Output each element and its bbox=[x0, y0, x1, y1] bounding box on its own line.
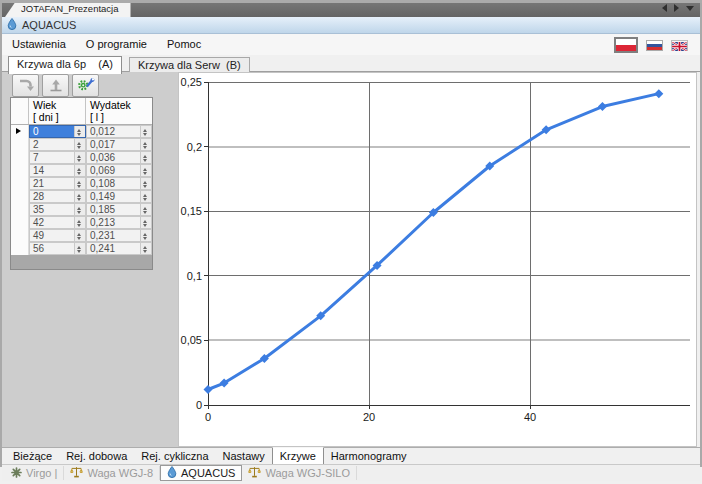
row-selector[interactable] bbox=[11, 164, 29, 177]
spin-down-icon[interactable] bbox=[75, 184, 85, 190]
send-curve-up-button[interactable] bbox=[42, 74, 69, 97]
spinner-buttons[interactable] bbox=[74, 178, 85, 189]
wiek-cell[interactable]: 42 bbox=[29, 216, 86, 229]
wiek-cell[interactable]: 7 bbox=[29, 151, 86, 164]
spin-down-icon[interactable] bbox=[75, 223, 85, 229]
spinner-buttons[interactable] bbox=[74, 204, 85, 215]
row-selector[interactable] bbox=[11, 125, 29, 138]
bottom-tab-rej-cykliczna[interactable]: Rej. cykliczna bbox=[134, 448, 215, 464]
wydatek-cell[interactable]: 0,213 bbox=[86, 216, 152, 229]
wydatek-cell[interactable]: 0,231 bbox=[86, 229, 152, 242]
spin-down-icon[interactable] bbox=[141, 249, 151, 255]
wiek-cell[interactable]: 0 bbox=[29, 125, 86, 138]
window-title: AQUACUS bbox=[22, 19, 76, 31]
spin-down-icon[interactable] bbox=[75, 210, 85, 216]
spinner-buttons[interactable] bbox=[74, 243, 85, 254]
spin-down-icon[interactable] bbox=[141, 210, 151, 216]
table-row: 00,012 bbox=[11, 125, 152, 138]
mdi-tab-jotafan[interactable]: JOTAFAN_Prezentacja bbox=[5, 1, 131, 17]
scroll-left-icon[interactable] bbox=[662, 4, 667, 12]
wiek-cell[interactable]: 56 bbox=[29, 242, 86, 255]
spin-down-icon[interactable] bbox=[141, 158, 151, 164]
spinner-buttons[interactable] bbox=[140, 126, 151, 137]
spin-down-icon[interactable] bbox=[75, 249, 85, 255]
spinner-buttons[interactable] bbox=[140, 152, 151, 163]
taskbar-item-virgo[interactable]: Virgo | bbox=[5, 466, 64, 480]
wydatek-cell[interactable]: 0,012 bbox=[86, 125, 152, 138]
row-selector[interactable] bbox=[11, 138, 29, 151]
wiek-cell[interactable]: 28 bbox=[29, 190, 86, 203]
row-selector[interactable] bbox=[11, 190, 29, 203]
spinner-buttons[interactable] bbox=[74, 230, 85, 241]
copy-curve-down-button[interactable] bbox=[12, 74, 39, 97]
wydatek-cell[interactable]: 0,185 bbox=[86, 203, 152, 216]
taskbar-item-aquacus[interactable]: AQUACUS bbox=[160, 465, 242, 481]
wiek-cell[interactable]: 35 bbox=[29, 203, 86, 216]
bottom-tab-krzywe[interactable]: Krzywe bbox=[272, 447, 324, 465]
spinner-buttons[interactable] bbox=[140, 217, 151, 228]
spinner-buttons[interactable] bbox=[74, 126, 85, 137]
row-selector[interactable] bbox=[11, 242, 29, 255]
taskbar-item-waga-wgj-8[interactable]: Waga WGJ-8 bbox=[64, 466, 160, 480]
wydatek-cell[interactable]: 0,036 bbox=[86, 151, 152, 164]
tab-krzywa-b[interactable]: Krzywa dla Serw (B) bbox=[129, 57, 250, 72]
row-selector[interactable] bbox=[11, 151, 29, 164]
wydatek-cell[interactable]: 0,017 bbox=[86, 138, 152, 151]
spin-down-icon[interactable] bbox=[141, 132, 151, 138]
menu-ustawienia[interactable]: Ustawienia bbox=[2, 34, 76, 55]
wydatek-cell[interactable]: 0,069 bbox=[86, 164, 152, 177]
bottom-tab-bieżące[interactable]: Bieżące bbox=[6, 448, 59, 464]
wydatek-cell[interactable]: 0,108 bbox=[86, 177, 152, 190]
menu-pomoc[interactable]: Pomoc bbox=[157, 34, 211, 55]
bottom-tab-rej-dobowa[interactable]: Rej. dobowa bbox=[59, 448, 134, 464]
spinner-buttons[interactable] bbox=[74, 152, 85, 163]
spin-down-icon[interactable] bbox=[75, 236, 85, 242]
spinner-buttons[interactable] bbox=[140, 139, 151, 150]
spinner-buttons[interactable] bbox=[140, 165, 151, 176]
spin-down-icon[interactable] bbox=[141, 184, 151, 190]
spinner-buttons[interactable] bbox=[140, 191, 151, 202]
spin-down-icon[interactable] bbox=[75, 158, 85, 164]
spin-down-icon[interactable] bbox=[75, 171, 85, 177]
spinner-buttons[interactable] bbox=[140, 243, 151, 254]
wiek-cell[interactable]: 2 bbox=[29, 138, 86, 151]
wiek-cell[interactable]: 49 bbox=[29, 229, 86, 242]
bottom-tab-nastawy[interactable]: Nastawy bbox=[216, 448, 272, 464]
menu-o-programie[interactable]: O programie bbox=[76, 34, 157, 55]
spin-down-icon[interactable] bbox=[75, 132, 85, 138]
row-selector[interactable] bbox=[11, 203, 29, 216]
spinner-buttons[interactable] bbox=[74, 217, 85, 228]
spinner-buttons[interactable] bbox=[74, 165, 85, 176]
russian-flag-icon[interactable] bbox=[646, 40, 663, 51]
polish-flag-icon[interactable] bbox=[614, 37, 638, 53]
wydatek-cell[interactable]: 0,241 bbox=[86, 242, 152, 255]
english-flag-icon[interactable] bbox=[671, 40, 688, 51]
scroll-right-icon[interactable] bbox=[674, 4, 679, 12]
row-selector[interactable] bbox=[11, 229, 29, 242]
spin-down-icon[interactable] bbox=[141, 145, 151, 151]
taskbar-item-waga-wgj-silo[interactable]: Waga WGJ-SILO bbox=[242, 466, 357, 480]
spin-down-icon[interactable] bbox=[141, 197, 151, 203]
spin-down-icon[interactable] bbox=[141, 171, 151, 177]
col-header-wydatek: Wydatek[ l ] bbox=[86, 98, 152, 124]
spin-down-icon[interactable] bbox=[141, 223, 151, 229]
curve-tools-button[interactable] bbox=[72, 74, 99, 97]
chevron-down-icon[interactable] bbox=[686, 6, 694, 11]
bottom-tab-harmonogramy[interactable]: Harmonogramy bbox=[324, 448, 414, 464]
wiek-cell[interactable]: 14 bbox=[29, 164, 86, 177]
spin-down-icon[interactable] bbox=[141, 236, 151, 242]
wiek-cell[interactable]: 21 bbox=[29, 177, 86, 190]
row-selector[interactable] bbox=[11, 216, 29, 229]
wydatek-cell[interactable]: 0,149 bbox=[86, 190, 152, 203]
spinner-buttons[interactable] bbox=[140, 204, 151, 215]
app-taskbar: Virgo |Waga WGJ-8AQUACUSWaga WGJ-SILO bbox=[2, 464, 700, 481]
row-selector[interactable] bbox=[11, 177, 29, 190]
spin-down-icon[interactable] bbox=[75, 197, 85, 203]
titlebar: AQUACUS bbox=[2, 17, 700, 34]
spinner-buttons[interactable] bbox=[74, 191, 85, 202]
spinner-buttons[interactable] bbox=[140, 230, 151, 241]
spinner-buttons[interactable] bbox=[74, 139, 85, 150]
tab-krzywa-a[interactable]: Krzywa dla 6p (A) bbox=[8, 56, 122, 74]
spinner-buttons[interactable] bbox=[140, 178, 151, 189]
spin-down-icon[interactable] bbox=[75, 145, 85, 151]
